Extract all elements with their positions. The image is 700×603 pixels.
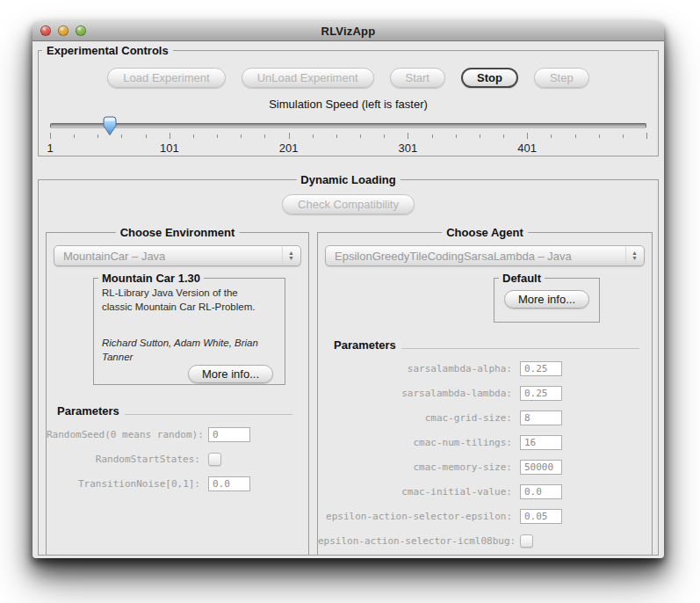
dynamic-loading-group: Dynamic Loading Check Compatibility Choo… [38, 179, 659, 556]
randomstartstates-checkbox[interactable] [208, 453, 221, 466]
cmac-initial-value-field[interactable]: 0.0 [520, 484, 562, 499]
tick-mark [599, 134, 600, 138]
dropdown-arrows-icon: ▲▼ [625, 247, 643, 265]
zoom-button[interactable] [76, 25, 86, 36]
tick-mark [623, 134, 624, 138]
environment-parameters-title: Parameters [57, 404, 119, 418]
agent-info-title: Default [499, 272, 545, 285]
check-compatibility-button[interactable]: Check Compatibility [282, 194, 415, 214]
experimental-controls-group: Experimental Controls Load ExperimentUnL… [38, 50, 659, 156]
parameters-rule [401, 348, 639, 349]
agent-dropdown-value: EpsilonGreedyTileCodingSarsaLambda – Jav… [335, 250, 572, 263]
epsilon-action-selector-epsilon-field[interactable]: 0.05 [520, 509, 562, 524]
title-bar[interactable]: RLVizApp [32, 21, 664, 41]
slider-tick-label: 301 [399, 142, 418, 155]
dropdown-arrows-icon: ▲▼ [282, 247, 299, 265]
sarsalambda-lambda-field[interactable]: 0.25 [520, 386, 562, 401]
parameter-row: cmac-num-tilings:16 [318, 434, 652, 450]
epsilon-action-selector-icml08bug-label: epsilon-action-selector-icml08bug: [318, 535, 520, 547]
cmac-num-tilings-label: cmac-num-tilings: [318, 437, 520, 448]
slider-tick-label: 101 [160, 142, 179, 155]
load-experiment-button[interactable]: Load Experiment [107, 68, 225, 88]
tick-mark [480, 134, 480, 138]
cmac-grid-size-field[interactable]: 8 [520, 410, 562, 425]
choose-agent-title: Choose Agent [442, 226, 528, 239]
parameter-row: sarsalambda-alpha:0.25 [318, 360, 652, 376]
tick-mark [360, 134, 361, 138]
stop-button[interactable]: Stop [461, 68, 518, 88]
tick-mark [384, 134, 385, 138]
tick-mark [432, 134, 433, 138]
tick-mark [170, 133, 170, 139]
start-button[interactable]: Start [390, 68, 445, 88]
agent-dropdown[interactable]: EpsilonGreedyTileCodingSarsaLambda – Jav… [325, 245, 645, 266]
tick-mark [121, 134, 122, 138]
tick-mark [289, 133, 290, 139]
tick-mark [264, 134, 265, 138]
tick-mark [551, 134, 552, 138]
tick-mark [146, 134, 147, 138]
parameter-row: cmac-memory-size:50000 [318, 459, 652, 475]
tick-mark [575, 134, 576, 138]
tick-mark [313, 134, 314, 138]
agent-parameters-title: Parameters [334, 338, 396, 352]
environment-authors: Richard Sutton, Adam White, Brian Tanner [102, 336, 273, 364]
transitionnoise-0-1-label: TransitionNoise[0,1]: [47, 478, 208, 490]
environment-dropdown-value: MountainCar – Java [63, 250, 165, 263]
parameter-row: sarsalambda-lambda:0.25 [318, 385, 652, 401]
environment-info-box: Mountain Car 1.30 RL-Library Java Versio… [93, 278, 285, 385]
parameter-row: TransitionNoise[0,1]:0.0 [47, 476, 308, 491]
tick-mark [193, 134, 194, 138]
tick-mark [408, 133, 408, 139]
randomseed-0-means-random-field[interactable]: 0 [208, 427, 250, 442]
simulation-speed-slider[interactable]: 1101201301401 [50, 115, 646, 161]
epsilon-action-selector-icml08bug-checkbox[interactable] [520, 534, 533, 548]
slider-thumb-icon[interactable] [102, 116, 117, 136]
experiment-buttons: Load ExperimentUnLoad ExperimentStartSto… [39, 68, 658, 88]
tick-mark [336, 134, 337, 138]
window-title: RLVizApp [32, 25, 664, 38]
choose-agent-group: Choose Agent EpsilonGreedyTileCodingSars… [317, 232, 653, 556]
cmac-grid-size-label: cmac-grid-size: [318, 412, 520, 424]
tick-mark [74, 134, 75, 138]
tick-mark [646, 133, 647, 139]
choose-environment-group: Choose Environment MountainCar – Java ▲▼… [46, 232, 309, 556]
environment-info-title: Mountain Car 1.30 [98, 272, 204, 285]
close-button[interactable] [40, 25, 51, 36]
sarsalambda-lambda-label: sarsalambda-lambda: [318, 388, 520, 399]
parameter-row: RandomStartStates: [47, 451, 308, 467]
cmac-memory-size-field[interactable]: 50000 [520, 460, 562, 475]
epsilon-action-selector-epsilon-label: epsilon-action-selector-epsilon: [318, 511, 520, 522]
parameter-row: cmac-grid-size:8 [318, 410, 652, 425]
environment-parameters: RandomSeed(0 means random):0RandomStartS… [47, 426, 308, 491]
environment-dropdown[interactable]: MountainCar – Java ▲▼ [54, 245, 301, 266]
environment-more-info-button[interactable]: More info... [188, 365, 273, 383]
sarsalambda-alpha-label: sarsalambda-alpha: [318, 363, 520, 374]
experimental-controls-title: Experimental Controls [42, 44, 173, 57]
dynamic-loading-title: Dynamic Loading [296, 173, 400, 186]
cmac-memory-size-label: cmac-memory-size: [318, 461, 520, 473]
sarsalambda-alpha-field[interactable]: 0.25 [520, 361, 562, 376]
slider-track[interactable] [50, 123, 646, 128]
tick-mark [456, 134, 457, 138]
tick-mark [97, 134, 98, 138]
agent-more-info-button[interactable]: More info... [504, 290, 589, 309]
slider-tick-label: 401 [517, 142, 537, 155]
tick-mark [50, 133, 51, 139]
minimize-button[interactable] [58, 25, 69, 36]
tick-mark [217, 134, 218, 138]
parameters-rule [125, 414, 292, 415]
slider-tick-label: 1 [47, 142, 53, 155]
parameter-row: epsilon-action-selector-icml08bug: [318, 533, 652, 549]
agent-parameters: sarsalambda-alpha:0.25sarsalambda-lambda… [318, 360, 652, 549]
tick-mark [503, 134, 504, 138]
simulation-speed-label: Simulation Speed (left is faster) [39, 98, 658, 111]
step-button[interactable]: Step [534, 68, 589, 88]
cmac-num-tilings-field[interactable]: 16 [520, 435, 562, 450]
randomstartstates-label: RandomStartStates: [47, 454, 208, 465]
randomseed-0-means-random-label: RandomSeed(0 means random): [47, 429, 208, 440]
transitionnoise-0-1-field[interactable]: 0.0 [208, 476, 250, 491]
unload-experiment-button[interactable]: UnLoad Experiment [242, 68, 374, 88]
tick-mark [527, 133, 528, 139]
agent-info-box: Default More info... [494, 278, 600, 323]
